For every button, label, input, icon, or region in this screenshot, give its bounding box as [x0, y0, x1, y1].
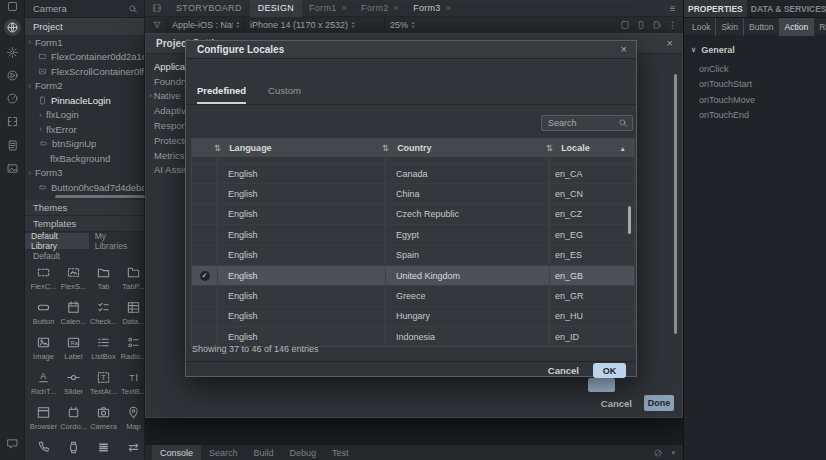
tree-item-PinnacleLogin[interactable]: PinnacleLogin — [25, 93, 144, 108]
locale-row-en_CZ[interactable]: EnglishCzech Republicen_CZ — [192, 205, 634, 225]
device-select[interactable]: iPhone 14 (1170 x 2532)▴▾ — [244, 17, 384, 33]
tree-item-FlexScrollContainer0lfcc2ab1cc[interactable]: FlexScrollContainer0lfcc2ab1cc — [25, 64, 144, 79]
library-tab-my-libraries[interactable]: My Libraries — [89, 233, 144, 249]
properties-subtab-action[interactable]: Action — [780, 18, 815, 36]
row-checkbox[interactable] — [192, 286, 218, 305]
event-item-onTouchEnd[interactable]: onTouchEnd — [699, 108, 826, 124]
tree-item-FlexContainer0dd2a1c33f9624[interactable]: FlexContainer0dd2a1c33f9624 — [25, 50, 144, 65]
platform-select[interactable]: Apple-iOS : Nat...▴▾ — [166, 17, 244, 33]
rail-chat-button[interactable] — [0, 432, 25, 454]
stepper-icon[interactable]: ▴▾ — [412, 21, 414, 29]
close-tab-icon[interactable]: × — [342, 3, 348, 13]
rail-globe-button[interactable] — [0, 16, 25, 38]
palette-item-handset[interactable] — [29, 437, 58, 460]
properties-subtab-button[interactable]: Button — [744, 18, 780, 36]
properties-subtab-look[interactable]: Look — [687, 18, 716, 36]
event-item-onClick[interactable]: onClick — [699, 61, 826, 77]
tree-item-flxLogin[interactable]: ›flxLogin — [25, 108, 144, 123]
palette-item-tabp[interactable]: TabP... — [119, 262, 148, 297]
modal-ok-button[interactable]: OK — [593, 363, 626, 378]
clear-console-icon[interactable] — [653, 448, 663, 458]
palette-item-button[interactable]: Button — [29, 297, 58, 332]
palette-item-map[interactable]: Map — [119, 402, 148, 437]
rail-play-button[interactable] — [0, 64, 25, 86]
modal-tab-custom[interactable]: Custom — [268, 85, 301, 104]
palette-item-textar[interactable]: TTextAr... — [89, 367, 118, 402]
palette-item-label[interactable]: RaLabel — [59, 332, 88, 367]
column-header-country[interactable]: ⇅Country — [386, 139, 550, 157]
row-checkbox[interactable]: ✓ — [192, 266, 218, 285]
palette-item-check[interactable]: Check... — [89, 297, 118, 332]
locale-row-en_EG[interactable]: EnglishEgypten_EG — [192, 225, 634, 245]
chevron-right-icon[interactable]: › — [28, 81, 35, 91]
table-scrollbar[interactable] — [628, 206, 631, 234]
palette-item-tab[interactable]: Tab — [89, 262, 118, 297]
zoom-select[interactable]: 25%▴▾ — [384, 17, 426, 33]
locale-row-en_CN[interactable]: EnglishChinaen_CN — [192, 184, 634, 204]
close-tab-icon[interactable]: × — [446, 3, 452, 13]
palette-item-data[interactable]: Data... — [119, 297, 148, 332]
tablet-icon[interactable] — [620, 20, 630, 30]
themes-section[interactable]: Themes — [25, 200, 144, 216]
modal-tab-predefined[interactable]: Predefined — [197, 85, 246, 104]
console-tab-debug[interactable]: Debug — [282, 445, 325, 460]
search-icon[interactable] — [618, 118, 628, 128]
chevron-right-icon[interactable]: › — [28, 168, 35, 178]
palette-item-browser[interactable]: Browser — [29, 402, 58, 437]
form-tab-form2[interactable]: Form2× — [354, 0, 406, 17]
filter-funnel-icon[interactable] — [152, 20, 162, 30]
locale-row-en_ES[interactable]: EnglishSpainen_ES — [192, 246, 634, 266]
console-tab-test[interactable]: Test — [324, 445, 357, 460]
properties-subtab-skin[interactable]: Skin — [716, 18, 744, 36]
modal-cancel-button[interactable]: Cancel — [548, 365, 579, 376]
phone-icon[interactable] — [636, 20, 646, 30]
settings-nav-foundry[interactable]: Foundry — [146, 74, 190, 89]
tree-horizontal-scrollbar[interactable] — [55, 195, 145, 198]
form-tab-form1[interactable]: Form1× — [302, 0, 354, 17]
form-tab-form3[interactable]: Form3× — [406, 0, 458, 17]
palette-item-radio[interactable]: Radio... — [119, 332, 148, 367]
palette-item-listbox[interactable]: ListBox — [89, 332, 118, 367]
event-item-onTouchMove[interactable]: onTouchMove — [699, 92, 826, 108]
hamburger-menu-icon[interactable]: ≡ — [670, 3, 676, 14]
chevron-right-icon[interactable]: › — [28, 37, 35, 47]
panel-tab-properties[interactable]: PROPERTIES — [684, 0, 747, 17]
palette-item-cordo[interactable]: Cordo... — [59, 402, 88, 437]
palette-item-calen[interactable]: Calen... — [59, 297, 88, 332]
column-header-language[interactable]: ⇅Language — [218, 139, 386, 157]
console-tab-console[interactable]: Console — [152, 445, 201, 460]
column-header-locale[interactable]: ⇅Locale▲ — [550, 139, 634, 157]
palette-item-flexs[interactable]: FlexS... — [59, 262, 88, 297]
row-checkbox[interactable] — [192, 164, 218, 183]
settings-nav-adaptive[interactable]: Adaptive — [146, 103, 190, 118]
rail-app-window-button[interactable] — [0, 0, 25, 17]
locale-search-input[interactable] — [542, 118, 618, 128]
settings-nav-applicati[interactable]: Applicati — [146, 59, 190, 74]
palette-item-watch[interactable] — [59, 437, 88, 460]
palette-item-textb[interactable]: TTextB... — [119, 367, 148, 402]
row-checkbox[interactable] — [192, 205, 218, 224]
palette-item-richt[interactable]: ARichT... — [29, 367, 58, 402]
library-tab-default-library[interactable]: Default Library — [25, 233, 89, 249]
general-section-header[interactable]: ∨ General — [684, 36, 826, 55]
palette-item-camera[interactable]: Camera — [89, 402, 118, 437]
settings-nav-native[interactable]: ›Native — [146, 89, 190, 104]
properties-subtab-review[interactable]: Review — [814, 18, 826, 36]
close-tab-icon[interactable]: × — [394, 3, 400, 13]
tree-item-Form3[interactable]: ›Form3 — [25, 166, 144, 181]
templates-section[interactable]: Templates — [25, 216, 144, 232]
tree-item-Form1[interactable]: ›Form1 — [25, 35, 144, 50]
console-tab-build[interactable]: Build — [246, 445, 282, 460]
locale-row-en_CA[interactable]: EnglishCanadaen_CA — [192, 164, 634, 184]
rail-storyboard-button[interactable] — [0, 110, 25, 132]
event-item-onTouchStart[interactable]: onTouchStart — [699, 77, 826, 93]
rotate-device-icon[interactable] — [652, 20, 662, 30]
chevron-right-icon[interactable]: › — [39, 124, 46, 134]
palette-item-flexc[interactable]: FlexC... — [29, 262, 58, 297]
project-header[interactable]: Project — [25, 18, 144, 35]
rail-document-button[interactable] — [0, 134, 25, 156]
row-checkbox[interactable] — [192, 225, 218, 244]
palette-item-swap[interactable] — [119, 437, 148, 460]
settings-nav-metrics-a[interactable]: Metrics A — [146, 148, 190, 163]
search-icon[interactable] — [128, 4, 138, 14]
